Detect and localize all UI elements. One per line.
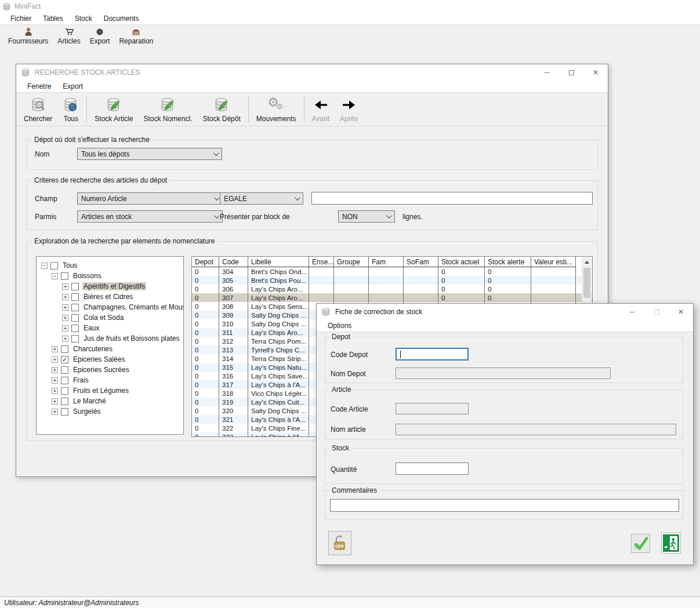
menu-documents[interactable]: Documents bbox=[98, 13, 145, 24]
tree-item-label[interactable]: Le Marché bbox=[72, 397, 107, 405]
tree-item-label[interactable]: Apéritifs et Digestifs bbox=[82, 282, 146, 290]
tree-item[interactable]: + Jus de fruits et Boissons plates bbox=[37, 333, 183, 344]
tree-item-label[interactable]: Jus de fruits et Boissons plates bbox=[82, 334, 180, 343]
tree-item[interactable]: + Le Marché bbox=[37, 396, 183, 406]
tree-item-label[interactable]: Eaux bbox=[82, 324, 100, 332]
mouvements-button[interactable]: ⚙⚙ Mouvements bbox=[251, 93, 302, 126]
tree-expander-icon[interactable]: − bbox=[52, 273, 58, 279]
tree-item-label[interactable]: Boissons bbox=[72, 272, 103, 280]
table-row[interactable]: 0 304 Bret's Chips Ond... 0 0 bbox=[192, 267, 592, 276]
code-depot-input[interactable] bbox=[396, 348, 469, 361]
avant-button[interactable]: Avant bbox=[307, 93, 335, 126]
table-row[interactable]: 0 306 Lay's Chips Aro... 0 0 bbox=[192, 285, 592, 293]
tree-checkbox[interactable] bbox=[61, 272, 68, 280]
col-stock-actuel[interactable]: Stock actuel bbox=[438, 257, 485, 267]
tree-item[interactable]: + Eaux bbox=[37, 323, 183, 333]
scrollbar-thumb[interactable] bbox=[583, 268, 590, 298]
operator-select[interactable]: EGALE bbox=[220, 192, 303, 205]
tree-checkbox[interactable] bbox=[71, 304, 79, 311]
tree-checkbox[interactable] bbox=[71, 283, 79, 290]
maximize-button[interactable] bbox=[559, 64, 583, 81]
table-row[interactable]: 0 305 Bret's Chips Pou... 0 0 bbox=[192, 276, 592, 285]
tree-expander-icon[interactable]: + bbox=[62, 283, 68, 290]
tree-expander-icon[interactable]: + bbox=[62, 304, 68, 311]
tree-item[interactable]: + ✓ Epiceries Salées bbox=[37, 354, 183, 365]
stock-depot-button[interactable]: Stock Dépôt bbox=[197, 93, 245, 126]
tree-item[interactable]: + Cola et Soda bbox=[37, 312, 183, 323]
menu-export[interactable]: Export bbox=[57, 81, 89, 92]
tree-item[interactable]: − Boissons bbox=[37, 271, 183, 281]
exit-button[interactable] bbox=[661, 533, 681, 554]
col-stock-alerte[interactable]: Stock alerte bbox=[485, 257, 531, 267]
quantite-input[interactable] bbox=[396, 463, 469, 475]
tree-expander-icon[interactable]: + bbox=[62, 336, 68, 342]
tree-item-label[interactable]: Surgelés bbox=[72, 407, 101, 416]
close-button[interactable]: ✕ bbox=[583, 64, 608, 81]
tree-checkbox[interactable] bbox=[50, 262, 58, 270]
export-button[interactable]: Export bbox=[85, 26, 115, 46]
menu-fichier[interactable]: Fichier bbox=[5, 13, 37, 24]
tree-checkbox[interactable] bbox=[71, 335, 79, 343]
col-sofam[interactable]: SoFam bbox=[404, 257, 438, 267]
menu-stock[interactable]: Stock bbox=[69, 13, 98, 24]
col-depot[interactable]: Depot bbox=[192, 257, 219, 267]
tree-item-label[interactable]: Epiceries Sucrées bbox=[72, 366, 130, 374]
tree-item-label[interactable]: Cola et Soda bbox=[82, 314, 125, 322]
tree-checkbox[interactable] bbox=[61, 366, 68, 374]
col-code[interactable]: Code bbox=[219, 257, 248, 267]
dialog-titlebar[interactable]: Fiche de correction de stock ─ ✕ bbox=[317, 304, 693, 320]
tree-item[interactable]: + Frais bbox=[37, 375, 183, 385]
tree-checkbox[interactable] bbox=[61, 377, 68, 384]
parmis-select[interactable]: Articles en stock bbox=[77, 210, 223, 223]
reparation-button[interactable]: Reparation bbox=[114, 26, 158, 46]
tree-expander-icon[interactable]: + bbox=[52, 388, 58, 394]
tree-item[interactable]: + Champagnes, Crémants et Mouss... bbox=[37, 302, 183, 312]
tree-item[interactable]: − Tous bbox=[37, 260, 183, 271]
tree-item[interactable]: + Bières et Cidres bbox=[37, 292, 183, 302]
tree-checkbox[interactable] bbox=[71, 314, 79, 322]
stock-nomencl-button[interactable]: Stock Nomencl. bbox=[138, 93, 197, 126]
tree-expander-icon[interactable]: + bbox=[62, 294, 68, 300]
minimize-button[interactable]: ─ bbox=[535, 64, 559, 81]
tree-expander-icon[interactable]: + bbox=[52, 398, 58, 405]
stock-article-button[interactable]: Stock Article bbox=[89, 93, 138, 126]
menu-fenetre[interactable]: Fenetre bbox=[21, 81, 57, 92]
articles-button[interactable]: Articles bbox=[53, 26, 85, 46]
tree-checkbox[interactable] bbox=[71, 325, 79, 332]
dialog-close-button[interactable]: ✕ bbox=[669, 304, 693, 320]
tree-expander-icon[interactable]: + bbox=[52, 367, 58, 373]
tree-item[interactable]: + Charcuteries bbox=[37, 344, 183, 354]
depot-select[interactable]: Tous les dépots bbox=[77, 148, 222, 160]
block-select[interactable]: NON bbox=[338, 210, 395, 223]
tree-expander-icon[interactable]: + bbox=[52, 346, 58, 352]
tree-checkbox[interactable] bbox=[61, 398, 68, 405]
col-groupe[interactable]: Groupe bbox=[334, 257, 369, 267]
tree-expander-icon[interactable]: + bbox=[62, 325, 68, 332]
tree-item-label[interactable]: Tous bbox=[61, 261, 78, 270]
lock-toggle-button[interactable]: OFF bbox=[328, 531, 351, 555]
tree-item[interactable]: + Apéritifs et Digestifs bbox=[37, 281, 183, 292]
search-value-input[interactable] bbox=[311, 192, 593, 205]
tree-item-label[interactable]: Epiceries Salées bbox=[72, 355, 126, 363]
tree-expander-icon[interactable]: + bbox=[52, 409, 58, 415]
tree-item[interactable]: + Fruits et Légumes bbox=[37, 385, 183, 396]
col-fam[interactable]: Fam bbox=[369, 257, 404, 267]
tree-item-label[interactable]: Charcuteries bbox=[72, 345, 114, 353]
table-row[interactable]: 0 307 Lay's Chips Aro... 0 0 bbox=[192, 293, 592, 302]
scrollbar-up-arrow[interactable] bbox=[582, 257, 592, 267]
tree-expander-icon[interactable]: + bbox=[52, 356, 58, 363]
nomenclature-tree[interactable]: − Tous − Boissons + Apéritifs et Digesti… bbox=[36, 256, 184, 435]
tree-checkbox[interactable] bbox=[61, 345, 68, 353]
chercher-button[interactable]: Chercher bbox=[19, 93, 57, 126]
tree-item[interactable]: + Surgelés bbox=[37, 406, 183, 417]
tree-checkbox[interactable]: ✓ bbox=[61, 356, 68, 363]
tree-item-label[interactable]: Champagnes, Crémants et Mouss... bbox=[82, 303, 184, 311]
tree-item-label[interactable]: Frais bbox=[72, 376, 90, 384]
menu-options[interactable]: Options bbox=[322, 321, 357, 331]
tree-checkbox[interactable] bbox=[61, 408, 68, 416]
search-window-titlebar[interactable]: RECHERCHE STOCK ARTICLES ─ ✕ bbox=[16, 64, 608, 81]
tous-button[interactable]: Tous bbox=[57, 93, 84, 126]
dialog-minimize-button[interactable]: ─ bbox=[620, 304, 644, 320]
tree-item[interactable]: + Epiceries Sucrées bbox=[37, 365, 183, 375]
field-select[interactable]: Numero Article bbox=[77, 192, 223, 205]
